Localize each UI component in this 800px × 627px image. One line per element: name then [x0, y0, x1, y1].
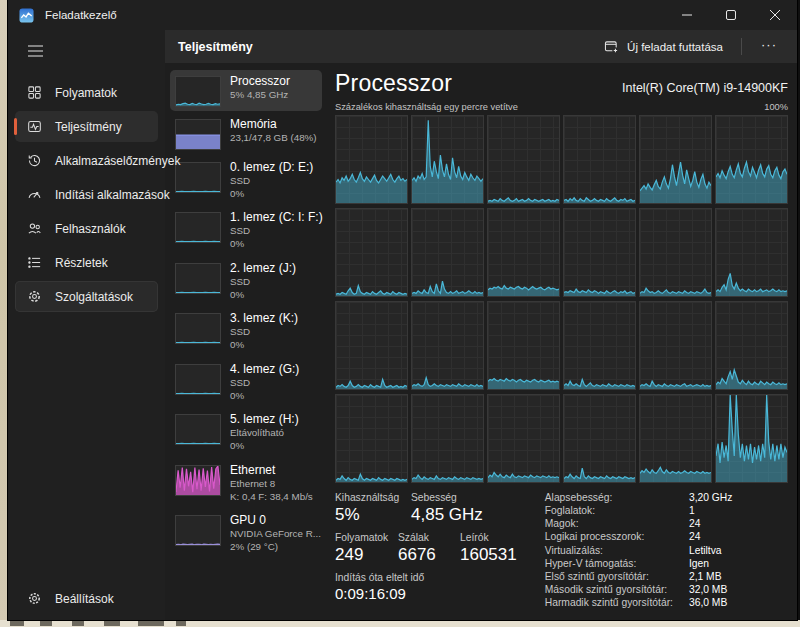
- perf-item-ethernet[interactable]: Ethernet Ethernet 8 K: 0,4 F: 38,4 Mb/s: [170, 459, 322, 507]
- core-graph: [487, 115, 560, 204]
- cpu-stats-right: Alapsebesség:3,20 GHz Foglalatok:1 Magok…: [545, 492, 733, 609]
- cpu-detail-pane: Processzor Intel(R) Core(TM) i9-14900KF …: [325, 63, 797, 620]
- perf-item-title: Ethernet: [230, 463, 313, 478]
- core-sparkline: [488, 116, 559, 203]
- perf-item-disk3[interactable]: 3. lemez (K:) SSD 0%: [170, 307, 322, 355]
- page-header: Teljesítmény Új feladat futtatása ·: [165, 30, 797, 63]
- perf-item-disk2[interactable]: 2. lemez (J:) SSD 0%: [170, 257, 322, 305]
- perf-item-cpu[interactable]: Processzor 5% 4,85 GHz: [170, 70, 322, 111]
- disk1-thumbnail-graph: [175, 212, 221, 243]
- perf-item-memory[interactable]: Memória 23,1/47,8 GB (48%): [170, 113, 322, 154]
- minimize-button[interactable]: [665, 0, 709, 30]
- sidebar-item-details[interactable]: Részletek: [15, 247, 158, 278]
- core-sparkline: [488, 302, 559, 389]
- core-graph: [563, 208, 636, 297]
- desktop-edge-sliver: [0, 0, 8, 627]
- core-sparkline: [564, 302, 635, 389]
- core-graph: [411, 301, 484, 390]
- core-sparkline: [412, 116, 483, 203]
- performance-list: Processzor 5% 4,85 GHz Memória 23,1/47,8…: [165, 63, 325, 620]
- core-graph: [563, 301, 636, 390]
- titlebar: Feladatkezelő: [8, 0, 797, 30]
- core-graph: [487, 208, 560, 297]
- stat-label: Hyper-V támogatás:: [545, 558, 673, 570]
- perf-item-sub2: 0%: [230, 339, 298, 352]
- sidebar-item-services[interactable]: Szolgáltatások: [15, 281, 158, 312]
- gpu-thumbnail-graph: [175, 515, 221, 546]
- settings-button[interactable]: Beállítások: [15, 583, 158, 614]
- perf-item-gpu[interactable]: GPU 0 NVIDIA GeForce R... 2% (29 °C): [170, 509, 322, 557]
- hamburger-menu-button[interactable]: [16, 35, 54, 67]
- memory-thumbnail-graph: [175, 119, 221, 150]
- core-graph: [715, 208, 788, 297]
- chart-ymax-label: 100%: [764, 102, 788, 112]
- perf-item-sub: SSD: [230, 225, 317, 238]
- perf-item-sub: 5% 4,85 GHz: [230, 89, 290, 102]
- perf-item-disk0[interactable]: 0. lemez (D: E:) SSD 0%: [170, 156, 322, 204]
- perf-item-sub2: 0%: [230, 440, 299, 453]
- sidebar-item-label: Indítási alkalmazások: [55, 188, 170, 202]
- taskbar-icon-smudge: [104, 621, 120, 626]
- sidebar-item-label: Részletek: [55, 256, 108, 270]
- taskbar-icon-smudge: [40, 621, 52, 626]
- taskbar-icon-smudge: [10, 621, 24, 626]
- logical-processor-graphs[interactable]: [335, 115, 788, 483]
- core-sparkline: [640, 302, 711, 389]
- cpu-stats: Kihasználtság 5% Sebesség 4,85 GHz: [335, 492, 788, 609]
- sidebar-item-processes[interactable]: Folyamatok: [15, 77, 158, 108]
- perf-item-disk5[interactable]: 5. lemez (H:) Eltávolítható 0%: [170, 408, 322, 456]
- core-sparkline: [412, 209, 483, 296]
- new-task-icon: [604, 40, 619, 54]
- disk4-thumbnail-graph: [175, 364, 221, 395]
- sidebar-item-label: Alkalmazáselőzmények: [55, 154, 180, 168]
- usage-label: Kihasználtság: [335, 492, 411, 503]
- perf-item-disk4[interactable]: 4. lemez (G:) SSD 0%: [170, 358, 322, 406]
- threads-label: Szálak: [398, 532, 460, 543]
- perf-item-sub2: 2% (29 °C): [230, 541, 317, 554]
- core-sparkline: [564, 395, 635, 482]
- perf-item-disk1[interactable]: 1. lemez (C: I: F:) SSD 0%: [170, 206, 322, 254]
- core-graph: [639, 115, 712, 204]
- core-graph: [487, 394, 560, 483]
- core-graph: [715, 301, 788, 390]
- stat-label: Virtualizálás:: [545, 545, 673, 557]
- more-options-button[interactable]: ···: [751, 35, 787, 58]
- stat-label: Második szintű gyorsítótár:: [545, 584, 673, 596]
- core-sparkline: [336, 302, 407, 389]
- disk2-thumbnail-graph: [175, 263, 221, 294]
- perf-item-sub: SSD: [230, 276, 296, 289]
- perf-item-sub2: 0%: [230, 238, 317, 251]
- stat-value: Letiltva: [689, 545, 733, 557]
- sidebar-item-app-history[interactable]: Alkalmazáselőzmények: [15, 145, 158, 176]
- disk0-thumbnail-graph: [175, 162, 221, 193]
- perf-item-title: 5. lemez (H:): [230, 412, 299, 427]
- perf-item-title: GPU 0: [230, 513, 317, 528]
- processes-label: Folyamatok: [335, 532, 398, 543]
- startup-gauge-icon: [26, 187, 42, 203]
- window-controls: [665, 0, 797, 30]
- header-actions: Új feladat futtatása ···: [595, 35, 787, 58]
- sidebar-item-startup-apps[interactable]: Indítási alkalmazások: [15, 179, 158, 210]
- stat-value: 2,1 MB: [689, 571, 733, 583]
- close-button[interactable]: [753, 0, 797, 30]
- stat-label: Magok:: [545, 518, 673, 530]
- gear-icon: [26, 591, 42, 607]
- details-list-icon: [26, 255, 42, 271]
- core-graph: [715, 115, 788, 204]
- sidebar-item-performance[interactable]: Teljesítmény: [15, 111, 158, 142]
- run-new-task-button[interactable]: Új feladat futtatása: [595, 36, 732, 58]
- core-sparkline: [564, 116, 635, 203]
- perf-item-sub2: 0%: [230, 289, 296, 302]
- stat-label: Foglalatok:: [545, 505, 673, 517]
- core-graph: [639, 208, 712, 297]
- sidebar-item-label: Felhasználók: [55, 222, 126, 236]
- core-sparkline: [716, 395, 787, 482]
- disk3-thumbnail-graph: [175, 313, 221, 344]
- stat-value: 1: [689, 505, 733, 517]
- core-graph: [411, 394, 484, 483]
- sidebar-item-users[interactable]: Felhasználók: [15, 213, 158, 244]
- maximize-button[interactable]: [709, 0, 753, 30]
- core-sparkline: [640, 209, 711, 296]
- uptime-value: 0:09:16:09: [335, 585, 424, 602]
- perf-item-title: 1. lemez (C: I: F:): [230, 210, 317, 225]
